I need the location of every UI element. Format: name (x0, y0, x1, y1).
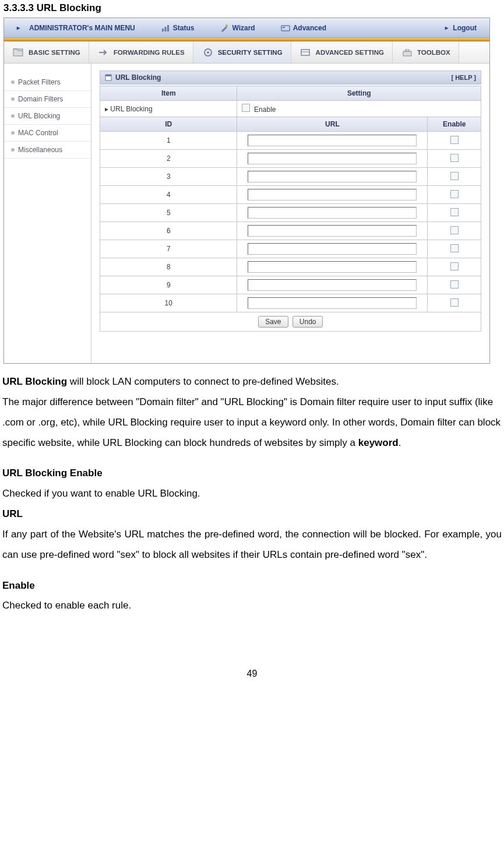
cell-enable (428, 132, 481, 150)
bullet-icon (11, 80, 15, 84)
sidebar-item-misc[interactable]: Miscellaneous (4, 142, 91, 159)
text-enable: Checked if you want to enable URL Blocki… (2, 484, 502, 504)
diff-text: The major difference between "Domain fil… (2, 396, 501, 448)
cell-enable (428, 240, 481, 258)
svg-rect-1 (164, 27, 166, 31)
cell-url (237, 186, 428, 204)
url-input[interactable] (248, 135, 417, 146)
top-wizard[interactable]: Wizard (207, 18, 267, 37)
enable-checkbox[interactable] (242, 104, 250, 112)
svg-point-8 (207, 51, 209, 54)
url-input[interactable] (248, 189, 417, 201)
settings-table: Item Setting ▸ URL Blocking Enable ID UR… (100, 86, 481, 312)
sidebar-item-url-blocking[interactable]: URL Blocking (4, 108, 91, 125)
cell-url (237, 240, 428, 258)
tab-basic-label: BASIC SETTING (29, 49, 80, 56)
term-url-blocking: URL Blocking (2, 376, 67, 387)
sidebar-item-packet-filters[interactable]: Packet Filters (4, 74, 91, 91)
sidebar-item-domain-filters[interactable]: Domain Filters (4, 91, 91, 108)
col-setting: Setting (237, 86, 481, 101)
cell-id: 2 (100, 150, 237, 168)
top-logout[interactable]: ▸ Logout (432, 18, 489, 37)
cell-url (237, 204, 428, 222)
keyword-term: keyword (358, 437, 399, 448)
row-enable-checkbox[interactable] (450, 154, 459, 162)
tab-forwarding[interactable]: FORWARDING RULES (89, 41, 193, 63)
row-enable-checkbox[interactable] (450, 244, 459, 252)
button-row: Save Undo (100, 312, 481, 332)
wizard-icon (220, 23, 229, 33)
cell-id: 1 (100, 132, 237, 150)
bullet-icon (11, 114, 15, 118)
cell-enable (428, 276, 481, 294)
sidebar-label: Domain Filters (18, 95, 63, 103)
tab-toolbox[interactable]: TOOLBOX (393, 41, 459, 63)
row-enable-checkbox[interactable] (450, 262, 459, 270)
table-row: 1 (100, 132, 481, 150)
panel-title-bar: URL Blocking [ HELP ] (100, 71, 481, 85)
top-bar: ▸ ADMINISTRATOR's MAIN MENU Status Wizar… (4, 18, 489, 38)
svg-rect-5 (283, 27, 285, 28)
table-row: 5 (100, 204, 481, 222)
tab-advanced-label: ADVANCED SETTING (316, 49, 384, 56)
forwarding-icon (97, 47, 110, 58)
bullet-icon (11, 97, 15, 101)
row-enable-checkbox[interactable] (450, 208, 459, 216)
advanced-icon (281, 23, 290, 33)
url-input[interactable] (248, 261, 417, 273)
row-enable-checkbox[interactable] (450, 280, 459, 289)
tab-security-label: SECURITY SETTING (218, 49, 283, 56)
cell-enable (428, 186, 481, 204)
sidebar: Packet Filters Domain Filters URL Blocki… (4, 64, 91, 363)
subhead-enable2: Enable (2, 576, 502, 596)
help-link[interactable]: [ HELP ] (451, 74, 476, 81)
sidebar-label: URL Blocking (18, 112, 60, 120)
cell-url (237, 276, 428, 294)
cell-url (237, 258, 428, 276)
tab-advanced-setting[interactable]: ADVANCED SETTING (291, 41, 393, 63)
tab-basic[interactable]: BASIC SETTING (4, 41, 89, 63)
cell-id: 4 (100, 186, 237, 204)
table-row: 3 (100, 168, 481, 186)
col-url: URL (237, 117, 428, 132)
sidebar-label: Packet Filters (18, 78, 61, 86)
top-status[interactable]: Status (148, 18, 207, 37)
url-input[interactable] (248, 171, 417, 182)
url-input[interactable] (248, 297, 417, 309)
url-input[interactable] (248, 207, 417, 219)
bullet-icon (11, 131, 15, 135)
basic-icon (12, 47, 25, 58)
svg-rect-9 (301, 50, 309, 55)
row-enable-checkbox[interactable] (450, 190, 459, 198)
paragraph-diff: The major difference between "Domain fil… (2, 392, 502, 453)
row-enable-checkbox[interactable] (450, 226, 459, 234)
cell-url (237, 132, 428, 150)
cell-url (237, 168, 428, 186)
section-heading: 3.3.3.3 URL Blocking (3, 2, 503, 14)
tab-security[interactable]: SECURITY SETTING (193, 41, 291, 63)
row-enable-checkbox[interactable] (450, 172, 459, 180)
save-button[interactable]: Save (258, 316, 288, 328)
url-input[interactable] (248, 225, 417, 237)
row-enable-checkbox[interactable] (450, 298, 459, 307)
url-input[interactable] (248, 153, 417, 164)
sidebar-item-mac-control[interactable]: MAC Control (4, 125, 91, 142)
cell-url (237, 150, 428, 168)
advanced-setting-icon (299, 47, 312, 58)
sidebar-label: MAC Control (18, 129, 58, 137)
undo-button[interactable]: Undo (292, 316, 323, 328)
top-logout-label: Logout (453, 24, 477, 32)
cell-enable (428, 294, 481, 312)
cell-enable (428, 150, 481, 168)
url-input[interactable] (248, 243, 417, 255)
cell-enable (428, 258, 481, 276)
svg-rect-4 (281, 26, 290, 31)
svg-point-3 (225, 24, 228, 27)
cell-enable (428, 204, 481, 222)
url-input[interactable] (248, 279, 417, 291)
row-enable-checkbox[interactable] (450, 136, 459, 144)
tab-toolbox-label: TOOLBOX (417, 49, 450, 56)
top-advanced[interactable]: Advanced (268, 18, 339, 37)
table-row: 7 (100, 240, 481, 258)
cell-enable (428, 168, 481, 186)
